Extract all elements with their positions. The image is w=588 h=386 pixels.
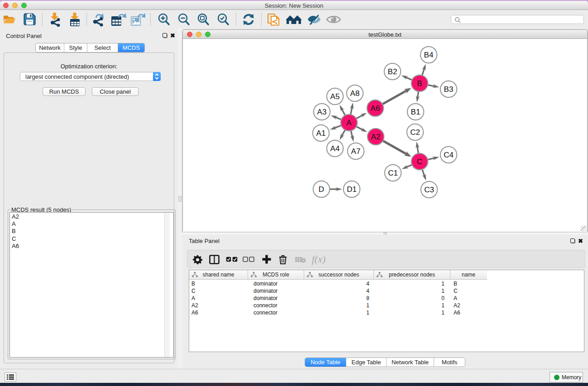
svg-text:B1: B1 (411, 108, 421, 116)
svg-text:B: B (417, 79, 422, 88)
svg-text:C2: C2 (410, 128, 420, 137)
svg-text:B3: B3 (444, 85, 454, 94)
svg-text:C1: C1 (388, 169, 398, 177)
svg-text:A1: A1 (316, 129, 326, 138)
svg-text:A: A (346, 119, 352, 127)
svg-text:D1: D1 (347, 185, 357, 194)
svg-text:A8: A8 (350, 89, 360, 98)
svg-text:A7: A7 (351, 147, 361, 156)
svg-text:A6: A6 (371, 104, 380, 113)
svg-text:B4: B4 (424, 51, 434, 59)
svg-text:C3: C3 (424, 186, 434, 194)
svg-text:A5: A5 (330, 92, 340, 101)
svg-text:D: D (319, 185, 324, 194)
svg-text:A3: A3 (317, 108, 327, 116)
svg-text:A2: A2 (371, 133, 381, 141)
svg-text:C: C (417, 157, 422, 166)
svg-text:C4: C4 (444, 151, 454, 159)
svg-text:B2: B2 (388, 67, 397, 76)
svg-text:A4: A4 (330, 144, 340, 153)
